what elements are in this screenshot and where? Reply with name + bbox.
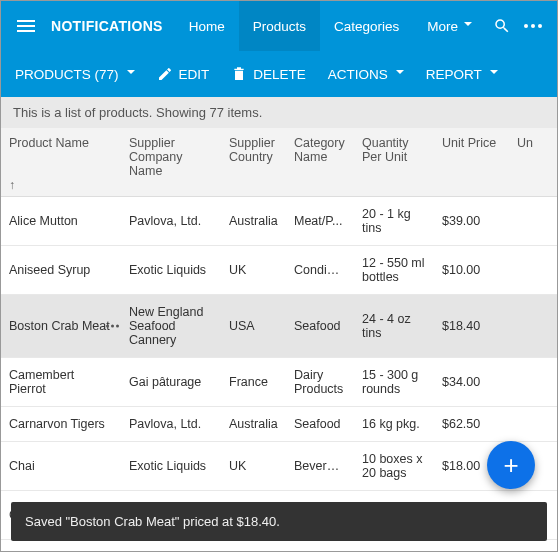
table-row[interactable]: Alice MuttonPavlova, Ltd.AustraliaMeat/P… <box>1 197 557 246</box>
cell-name: Boston Crab Meat <box>1 309 121 343</box>
cell-category: Beverag... <box>286 449 354 483</box>
products-dropdown[interactable]: PRODUCTS (77) <box>15 67 135 82</box>
delete-button[interactable]: DELETE <box>231 66 306 82</box>
cell-extra <box>509 316 549 336</box>
list-caption: This is a list of products. Showing 77 i… <box>1 97 557 128</box>
cell-price: $34.00 <box>434 365 509 399</box>
tab-products[interactable]: Products <box>239 1 320 51</box>
cell-qty: 24 - 4 oz tins <box>354 302 434 350</box>
action-toolbar: PRODUCTS (77) EDIT DELETE ACTIONS REPORT <box>1 51 557 97</box>
col-country[interactable]: Supplier Country <box>221 128 286 196</box>
cell-extra <box>509 372 549 392</box>
edit-label: EDIT <box>179 67 210 82</box>
cell-extra <box>509 260 549 280</box>
sort-asc-icon: ↑ <box>9 178 15 192</box>
table-row[interactable]: Boston Crab MeatNew England Seafood Cann… <box>1 295 557 358</box>
col-category[interactable]: Category Name <box>286 128 354 196</box>
cell-supplier: Exotic Liquids <box>121 449 221 483</box>
cell-price: $18.40 <box>434 309 509 343</box>
overflow-icon[interactable] <box>518 8 549 44</box>
cell-category: Seafood <box>286 309 354 343</box>
report-dropdown[interactable]: REPORT <box>426 67 498 82</box>
cell-supplier: Gai pâturage <box>121 365 221 399</box>
cell-supplier: Exotic Liquids <box>121 253 221 287</box>
cell-supplier: Pavlova, Ltd. <box>121 407 221 441</box>
menu-icon[interactable] <box>9 12 43 40</box>
table-row[interactable]: Camembert PierrotGai pâturageFranceDairy… <box>1 358 557 407</box>
cell-category: Condim... <box>286 253 354 287</box>
brand-title: NOTIFICATIONS <box>51 18 163 34</box>
cell-category: Meat/P... <box>286 204 354 238</box>
cell-name: Aniseed Syrup <box>1 253 121 287</box>
cell-name: Alice Mutton <box>1 204 121 238</box>
cell-name: Camembert Pierrot <box>1 358 121 406</box>
delete-label: DELETE <box>253 67 306 82</box>
tab-home[interactable]: Home <box>175 1 239 51</box>
cell-country: France <box>221 365 286 399</box>
cell-qty: 12 - 550 ml bottles <box>354 246 434 294</box>
col-supplier[interactable]: Supplier Company Name <box>121 128 221 196</box>
cell-category: Seafood <box>286 407 354 441</box>
cell-supplier: Pavlova, Ltd. <box>121 204 221 238</box>
table-row[interactable]: Aniseed SyrupExotic LiquidsUKCondim...12… <box>1 246 557 295</box>
cell-extra <box>509 211 549 231</box>
cell-category: Dairy Products <box>286 358 354 406</box>
top-bar: NOTIFICATIONS Home Products Categories M… <box>1 1 557 51</box>
actions-dropdown[interactable]: ACTIONS <box>328 67 404 82</box>
cell-price: $39.00 <box>434 204 509 238</box>
cell-qty: 15 - 300 g rounds <box>354 358 434 406</box>
col-price[interactable]: Unit Price <box>434 128 509 196</box>
edit-button[interactable]: EDIT <box>157 66 210 82</box>
table-row[interactable]: Carnarvon TigersPavlova, Ltd.AustraliaSe… <box>1 407 557 442</box>
grid-header: Product Name ↑ Supplier Company Name Sup… <box>1 128 557 197</box>
cell-country: USA <box>221 309 286 343</box>
cell-price: $10.00 <box>434 253 509 287</box>
cell-qty: 16 kg pkg. <box>354 407 434 441</box>
cell-country: UK <box>221 449 286 483</box>
cell-name: Chai <box>1 449 121 483</box>
tab-more[interactable]: More <box>413 1 486 51</box>
cell-extra <box>509 414 549 434</box>
cell-country: Australia <box>221 204 286 238</box>
search-icon[interactable] <box>486 8 517 44</box>
col-qty[interactable]: Quantity Per Unit <box>354 128 434 196</box>
row-overflow-icon[interactable] <box>106 325 119 328</box>
products-grid: Product Name ↑ Supplier Company Name Sup… <box>1 128 557 540</box>
cell-name: Carnarvon Tigers <box>1 407 121 441</box>
cell-supplier: New England Seafood Cannery <box>121 295 221 357</box>
add-button[interactable]: + <box>487 441 535 489</box>
cell-qty: 20 - 1 kg tins <box>354 197 434 245</box>
pencil-icon <box>157 66 173 82</box>
table-row[interactable]: ChaiExotic LiquidsUKBeverag...10 boxes x… <box>1 442 557 491</box>
cell-price: $62.50 <box>434 407 509 441</box>
col-extra[interactable]: Un <box>509 128 549 196</box>
nav-tabs: Home Products Categories More <box>175 1 486 51</box>
tab-categories[interactable]: Categories <box>320 1 413 51</box>
toast-message: Saved "Boston Crab Meat" priced at $18.4… <box>11 502 547 541</box>
cell-country: UK <box>221 253 286 287</box>
col-product-name[interactable]: Product Name ↑ <box>1 128 121 196</box>
cell-qty: 10 boxes x 20 bags <box>354 442 434 490</box>
cell-country: Australia <box>221 407 286 441</box>
trash-icon <box>231 66 247 82</box>
